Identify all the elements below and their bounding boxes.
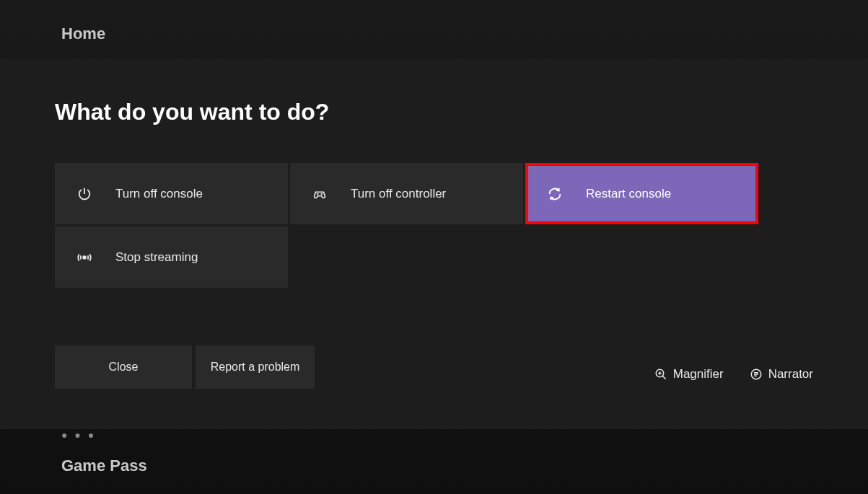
magnifier-link[interactable]: Magnifier <box>654 367 724 381</box>
magnifier-label: Magnifier <box>673 367 724 381</box>
tiles-grid: Turn off console Turn off controller <box>55 163 813 288</box>
controller-icon <box>312 186 328 202</box>
restart-console-tile[interactable]: Restart console <box>525 163 758 224</box>
bottom-row: Close Report a problem Magnifier <box>55 345 813 389</box>
dialog-title: What do you want to do? <box>55 99 813 125</box>
svg-point-1 <box>321 193 322 194</box>
svg-point-2 <box>83 256 86 259</box>
header-bar: Home <box>0 0 868 59</box>
svg-line-4 <box>662 376 666 379</box>
svg-point-0 <box>317 193 318 194</box>
tile-label: Turn off console <box>115 187 203 201</box>
narrator-label: Narrator <box>768 367 813 381</box>
footer-section: ● ● ● Game Pass <box>61 429 147 475</box>
narrator-link[interactable]: Narrator <box>750 367 813 381</box>
tile-label: Stop streaming <box>115 250 198 265</box>
turn-off-console-tile[interactable]: Turn off console <box>55 163 288 224</box>
narrator-icon <box>750 368 763 381</box>
turn-off-controller-tile[interactable]: Turn off controller <box>290 163 523 224</box>
tile-label: Turn off controller <box>351 187 446 201</box>
bottom-buttons: Close Report a problem <box>55 345 315 389</box>
tile-label: Restart console <box>586 187 671 201</box>
report-problem-button[interactable]: Report a problem <box>196 345 315 389</box>
power-dialog: What do you want to do? Turn off console… <box>0 59 868 429</box>
power-icon <box>76 186 92 202</box>
accessibility-links: Magnifier Narrator <box>654 367 813 381</box>
stop-streaming-tile[interactable]: Stop streaming <box>55 226 288 288</box>
close-button[interactable]: Close <box>55 345 192 389</box>
footer-icons: ● ● ● <box>61 429 147 441</box>
gamepass-label: Game Pass <box>61 456 147 475</box>
refresh-icon <box>547 186 563 202</box>
broadcast-icon <box>76 250 92 265</box>
home-label: Home <box>61 25 868 43</box>
magnifier-icon <box>654 368 667 381</box>
